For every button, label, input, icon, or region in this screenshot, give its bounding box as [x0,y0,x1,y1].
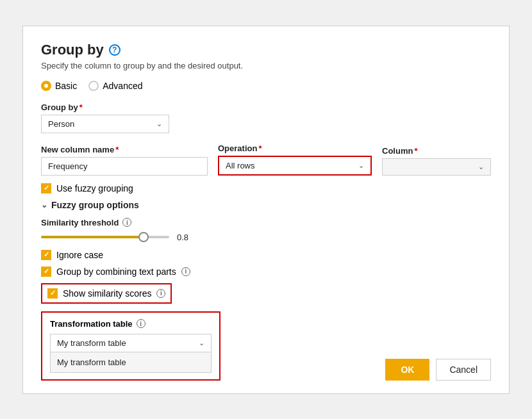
ignore-case-checkbox[interactable]: ✓ [41,250,51,260]
threshold-label: Similarity threshold [41,218,119,227]
use-fuzzy-checkmark: ✓ [44,184,49,192]
use-fuzzy-row[interactable]: ✓ Use fuzzy grouping [41,183,491,193]
operation-select[interactable]: All rows ⌄ [218,156,372,176]
show-similarity-label: Show similarity scores [63,288,151,299]
radio-advanced-circle[interactable] [88,81,99,91]
transformation-chevron-icon: ⌄ [199,339,204,347]
combine-text-checkbox[interactable]: ✓ [41,267,51,277]
ignore-case-checkmark: ✓ [44,251,49,259]
dialog-title-row: Group by ? [41,42,491,58]
fuzzy-section-chevron-icon: ⌄ [41,201,47,210]
radio-basic[interactable]: Basic [41,81,77,91]
operation-value: All rows [226,161,255,170]
combine-text-row[interactable]: ✓ Group by combining text parts i [41,267,491,277]
fuzzy-options: Similarity threshold i 0.8 ✓ Ignore case… [41,218,491,381]
group-by-value: Person [48,119,74,129]
transformation-select[interactable]: My transform table ⌄ [50,334,212,352]
fuzzy-section-label: Fuzzy group options [51,200,139,210]
threshold-slider-row: 0.8 [41,233,491,242]
threshold-value: 0.8 [177,233,188,242]
dialog-title: Group by [41,42,104,58]
group-by-label: Group by* [41,103,491,112]
ignore-case-label: Ignore case [56,250,103,260]
combine-text-checkmark: ✓ [44,267,49,275]
transformation-dropdown-option[interactable]: My transform table [50,352,212,373]
column-label: Column* [382,146,491,156]
fuzzy-section-header[interactable]: ⌄ Fuzzy group options [41,200,491,210]
threshold-slider-track [41,236,169,238]
help-icon[interactable]: ? [109,44,121,56]
radio-advanced-label: Advanced [103,81,142,91]
transformation-section: Transformation table i My transform tabl… [41,311,220,381]
threshold-slider-thumb[interactable] [138,232,149,242]
radio-advanced[interactable]: Advanced [88,81,142,91]
fields-row: New column name* Operation* All rows ⌄ C… [41,144,491,176]
column-select[interactable]: ⌄ [382,158,491,176]
ok-button[interactable]: OK [385,359,429,381]
group-by-section: Group by* Person ⌄ [41,103,491,133]
show-similarity-row[interactable]: ✓ Show similarity scores i [41,283,172,304]
show-similarity-checkmark: ✓ [50,289,56,297]
new-column-input[interactable] [41,157,208,176]
radio-basic-label: Basic [55,81,77,91]
operation-label: Operation* [218,144,372,153]
show-similarity-info-icon[interactable]: i [156,289,165,298]
operation-chevron-icon: ⌄ [358,161,364,170]
ignore-case-row[interactable]: ✓ Ignore case [41,250,491,260]
transformation-value: My transform table [57,338,126,348]
group-by-chevron-icon: ⌄ [156,120,162,128]
combine-text-info-icon[interactable]: i [181,267,190,276]
combine-text-label: Group by combining text parts [56,267,176,277]
footer-buttons: OK Cancel [385,359,491,381]
column-chevron-icon: ⌄ [478,163,484,171]
threshold-info-icon[interactable]: i [122,218,131,227]
cancel-button[interactable]: Cancel [436,359,491,381]
transformation-label-row: Transformation table i [50,319,212,329]
show-similarity-checkbox[interactable]: ✓ [47,288,58,299]
group-by-dialog: Group by ? Specify the column to group b… [22,26,510,394]
column-block: Column* ⌄ [382,146,491,176]
radio-basic-circle[interactable] [41,81,51,91]
new-column-block: New column name* [41,145,208,176]
mode-radio-group: Basic Advanced [41,81,491,91]
threshold-label-row: Similarity threshold i [41,218,491,227]
operation-block: Operation* All rows ⌄ [218,144,372,176]
dialog-subtitle: Specify the column to group by and the d… [41,61,491,70]
new-column-label: New column name* [41,145,208,154]
transformation-label: Transformation table [50,319,133,329]
group-by-select[interactable]: Person ⌄ [41,115,169,133]
use-fuzzy-label: Use fuzzy grouping [56,183,133,193]
transformation-info-icon[interactable]: i [137,319,145,328]
transformation-option-label: My transform table [57,357,126,367]
use-fuzzy-checkbox[interactable]: ✓ [41,183,51,193]
